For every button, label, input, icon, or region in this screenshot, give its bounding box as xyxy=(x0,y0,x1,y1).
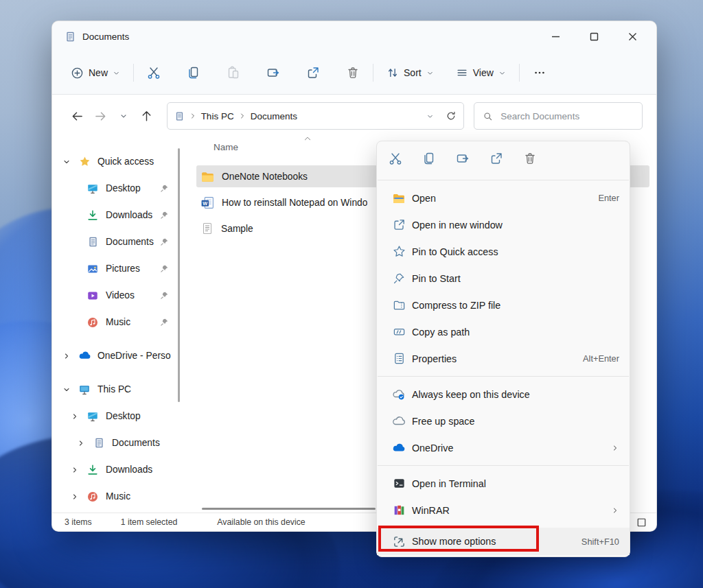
sidebar-item-pictures[interactable]: Pictures xyxy=(52,255,183,282)
file-name: Sample xyxy=(221,224,253,234)
cut-button[interactable] xyxy=(141,60,167,86)
document-icon xyxy=(65,31,76,43)
thumbnail-view-toggle[interactable] xyxy=(636,517,647,528)
share-icon[interactable] xyxy=(489,152,503,165)
chevron-right-icon[interactable] xyxy=(76,439,86,447)
chevron-right-icon[interactable] xyxy=(69,493,80,501)
command-toolbar: New Sort View xyxy=(52,51,656,94)
chevron-right-icon[interactable] xyxy=(69,466,80,474)
sidebar-item-label: Music xyxy=(106,317,130,327)
menu-item-open[interactable]: Open Enter xyxy=(377,185,630,211)
copy-button[interactable] xyxy=(181,60,207,86)
maximize-button[interactable] xyxy=(582,26,606,47)
menu-item-free-up-space[interactable]: Free up space xyxy=(377,408,630,434)
sidebar-item-music[interactable]: Music xyxy=(52,309,183,336)
paste-button[interactable] xyxy=(220,60,246,86)
new-button[interactable]: New xyxy=(65,62,126,84)
menu-item-label: Pin to Quick access xyxy=(412,246,498,257)
sidebar-item-onedrive[interactable]: OneDrive - Perso xyxy=(52,342,183,369)
submenu-chevron-icon xyxy=(611,444,619,452)
rename-icon[interactable] xyxy=(456,152,470,165)
refresh-icon[interactable] xyxy=(446,110,457,121)
sidebar-item-label: Downloads xyxy=(106,210,152,220)
column-header-name[interactable]: Name xyxy=(214,142,238,152)
search-icon xyxy=(483,111,493,121)
menu-item-properties[interactable]: Properties Alt+Enter xyxy=(377,345,630,372)
search-box[interactable] xyxy=(474,102,643,130)
pin-icon xyxy=(160,264,169,273)
open-new-window-icon xyxy=(392,218,406,231)
navigation-pane: Quick access Desktop Downloads Documents xyxy=(52,134,183,513)
properties-icon xyxy=(392,352,406,365)
menu-item-winrar[interactable]: WinRAR xyxy=(377,497,630,524)
file-name: OneNote Notebooks xyxy=(222,172,308,182)
menu-separator xyxy=(378,465,629,466)
menu-item-label: WinRAR xyxy=(412,505,450,516)
history-dropdown-button[interactable] xyxy=(112,104,135,128)
share-button[interactable] xyxy=(300,60,326,86)
delete-button[interactable] xyxy=(340,60,366,86)
cloud-outline-icon xyxy=(392,414,406,428)
more-options-button[interactable] xyxy=(527,60,553,86)
delete-icon[interactable] xyxy=(523,152,537,165)
cut-icon[interactable] xyxy=(389,152,402,165)
address-bar[interactable]: This PC Documents xyxy=(167,102,465,130)
address-dropdown-icon[interactable] xyxy=(426,113,434,120)
chevron-right-icon[interactable] xyxy=(61,352,71,360)
back-button[interactable] xyxy=(66,104,89,128)
menu-item-pin-to-quick-access[interactable]: Pin to Quick access xyxy=(377,238,630,265)
menu-item-pin-to-start[interactable]: Pin to Start xyxy=(377,265,630,292)
sidebar-item-label: OneDrive - Perso xyxy=(97,351,171,361)
sidebar-scrollbar[interactable] xyxy=(178,148,180,402)
menu-item-onedrive[interactable]: OneDrive xyxy=(377,434,630,461)
rename-button[interactable] xyxy=(260,60,286,86)
sidebar-item-this-pc-documents[interactable]: Documents xyxy=(52,430,183,456)
forward-button[interactable] xyxy=(89,104,113,128)
status-item-count: 3 items xyxy=(65,517,92,527)
pin-icon xyxy=(160,211,169,220)
menu-item-open-in-terminal[interactable]: Open in Terminal xyxy=(377,470,630,497)
view-button-label: View xyxy=(473,67,494,78)
chevron-down-icon[interactable] xyxy=(61,158,71,166)
sidebar-item-videos[interactable]: Videos xyxy=(52,282,183,309)
terminal-icon xyxy=(392,477,406,490)
menu-item-open-in-new-window[interactable]: Open in new window xyxy=(377,211,630,238)
sort-button[interactable]: Sort xyxy=(380,62,440,84)
chevron-right-icon[interactable] xyxy=(69,412,80,421)
close-button[interactable] xyxy=(621,26,644,47)
view-button[interactable]: View xyxy=(450,62,512,84)
pin-outline-icon xyxy=(392,272,406,285)
onedrive-cloud-icon xyxy=(78,349,91,362)
pin-icon xyxy=(160,318,169,327)
window-chrome: Documents New xyxy=(52,21,656,95)
menu-shortcut: Shift+F10 xyxy=(581,537,619,547)
show-more-options-icon xyxy=(392,535,406,548)
copy-icon[interactable] xyxy=(422,152,436,165)
search-input[interactable] xyxy=(499,110,634,122)
pin-icon xyxy=(160,291,169,300)
chevron-down-icon[interactable] xyxy=(61,386,71,394)
up-button[interactable] xyxy=(135,104,159,128)
menu-item-compress-to-zip[interactable]: Compress to ZIP file xyxy=(377,292,630,318)
sidebar-item-label: Desktop xyxy=(106,183,141,193)
breadcrumb-documents[interactable]: Documents xyxy=(251,111,297,121)
view-lines-icon xyxy=(456,67,468,79)
sidebar-item-label: Documents xyxy=(112,438,160,448)
sidebar-item-desktop[interactable]: Desktop xyxy=(52,175,183,202)
breadcrumb-this-pc[interactable]: This PC xyxy=(201,111,234,121)
menu-item-show-more-options[interactable]: Show more options Shift+F10 xyxy=(377,528,630,555)
horizontal-scrollbar[interactable] xyxy=(202,508,376,510)
sidebar-item-this-pc-music[interactable]: Music xyxy=(52,483,183,510)
minimize-button[interactable] xyxy=(544,26,567,47)
sidebar-item-documents[interactable]: Documents xyxy=(52,228,183,255)
desktop-icon xyxy=(86,410,100,423)
menu-item-copy-as-path[interactable]: Copy as path xyxy=(377,318,630,345)
sidebar-item-this-pc-desktop[interactable]: Desktop xyxy=(52,403,183,430)
sidebar-item-this-pc[interactable]: This PC xyxy=(52,376,183,403)
menu-item-label: Open xyxy=(412,193,436,204)
menu-item-always-keep-on-device[interactable]: Always keep on this device xyxy=(377,381,630,408)
sidebar-item-downloads[interactable]: Downloads xyxy=(52,202,183,228)
sidebar-item-this-pc-downloads[interactable]: Downloads xyxy=(52,456,183,483)
sidebar-item-quick-access[interactable]: Quick access xyxy=(52,148,183,175)
open-folder-icon xyxy=(392,191,406,205)
